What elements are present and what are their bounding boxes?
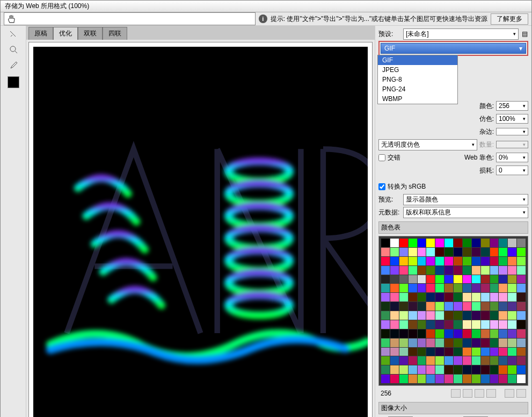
color-swatch[interactable]	[508, 311, 516, 320]
color-swatch[interactable]	[508, 320, 516, 329]
color-swatch[interactable]	[490, 311, 499, 320]
color-swatch[interactable]	[426, 348, 435, 356]
color-swatch[interactable]	[517, 284, 526, 292]
color-swatch[interactable]	[390, 275, 399, 284]
color-swatch[interactable]	[490, 284, 499, 292]
preview-select[interactable]: 显示器颜色▾	[403, 194, 528, 205]
color-swatch[interactable]	[381, 257, 390, 265]
color-swatch[interactable]	[481, 311, 490, 320]
color-swatch[interactable]	[463, 320, 471, 329]
slice-tool-icon[interactable]	[6, 28, 21, 41]
color-swatch[interactable]	[444, 311, 453, 320]
color-swatch[interactable]	[499, 365, 507, 374]
color-swatch[interactable]	[490, 239, 499, 247]
color-swatch[interactable]	[444, 320, 453, 329]
color-swatch[interactable]	[490, 348, 499, 356]
color-swatch[interactable]	[508, 284, 516, 292]
format-option-gif[interactable]: GIF	[378, 55, 457, 65]
color-swatch[interactable]	[499, 239, 507, 247]
color-swatch[interactable]	[418, 329, 426, 338]
color-swatch[interactable]	[435, 311, 444, 320]
format-option-jpeg[interactable]: JPEG	[378, 65, 457, 75]
color-swatch[interactable]	[390, 302, 399, 311]
color-swatch[interactable]	[508, 302, 516, 311]
color-swatch[interactable]	[418, 248, 426, 256]
color-swatch[interactable]	[508, 365, 516, 374]
preset-select[interactable]: [未命名]▾	[403, 28, 519, 40]
color-swatch[interactable]	[517, 257, 526, 265]
color-swatch[interactable]	[409, 284, 417, 292]
color-swatch[interactable]	[381, 266, 390, 275]
color-swatch[interactable]	[463, 248, 471, 256]
color-swatch[interactable]	[454, 275, 462, 284]
color-swatch[interactable]	[517, 339, 526, 347]
color-swatch[interactable]	[418, 339, 426, 347]
color-swatch[interactable]	[490, 302, 499, 311]
color-swatch[interactable]	[426, 266, 435, 275]
color-swatch[interactable]	[454, 293, 462, 301]
color-swatch[interactable]	[481, 348, 490, 356]
color-swatch[interactable]	[444, 348, 453, 356]
hand-tool-icon[interactable]	[4, 12, 256, 25]
color-swatch[interactable]	[418, 356, 426, 365]
color-swatch[interactable]	[399, 375, 408, 383]
color-swatch[interactable]	[426, 329, 435, 338]
color-swatch[interactable]	[517, 348, 526, 356]
color-swatch[interactable]	[463, 339, 471, 347]
color-swatch[interactable]	[381, 239, 390, 247]
matte-select[interactable]: ▾	[496, 128, 528, 135]
color-swatch[interactable]	[454, 311, 462, 320]
color-swatch[interactable]	[508, 339, 516, 347]
color-swatch[interactable]	[399, 320, 408, 329]
color-swatch[interactable]	[472, 339, 480, 347]
color-swatch[interactable]	[390, 311, 399, 320]
color-swatch[interactable]	[390, 239, 399, 247]
color-swatch[interactable]	[490, 257, 499, 265]
color-swatch[interactable]	[444, 365, 453, 374]
color-swatch[interactable]	[390, 248, 399, 256]
color-swatch[interactable]	[463, 365, 471, 374]
color-swatch[interactable]	[444, 284, 453, 292]
color-swatch[interactable]	[454, 365, 462, 374]
color-swatch[interactable]	[472, 239, 480, 247]
color-swatch[interactable]	[390, 293, 399, 301]
interlace-checkbox[interactable]: 交错	[378, 153, 400, 162]
color-swatch[interactable]	[499, 293, 507, 301]
color-swatch[interactable]	[490, 320, 499, 329]
color-swatch[interactable]	[444, 302, 453, 311]
color-swatch[interactable]	[390, 375, 399, 383]
color-swatch[interactable]	[435, 339, 444, 347]
color-swatch[interactable]	[435, 293, 444, 301]
color-swatch[interactable]	[508, 375, 516, 383]
color-swatch[interactable]	[490, 329, 499, 338]
color-swatch[interactable]	[463, 375, 471, 383]
color-swatch[interactable]	[409, 329, 417, 338]
color-swatch[interactable]	[435, 302, 444, 311]
color-swatch[interactable]	[472, 311, 480, 320]
color-swatch[interactable]	[517, 365, 526, 374]
color-swatch[interactable]	[381, 248, 390, 256]
color-swatch[interactable]	[409, 275, 417, 284]
color-swatch[interactable]	[472, 348, 480, 356]
color-swatch[interactable]	[418, 320, 426, 329]
color-swatch[interactable]	[426, 311, 435, 320]
color-swatch[interactable]	[409, 248, 417, 256]
color-swatch[interactable]	[508, 266, 516, 275]
color-swatch[interactable]	[499, 356, 507, 365]
color-swatch[interactable]	[508, 348, 516, 356]
color-swatch[interactable]	[463, 329, 471, 338]
color-swatch[interactable]	[426, 239, 435, 247]
color-swatch[interactable]	[381, 356, 390, 365]
color-swatch[interactable]	[517, 239, 526, 247]
color-swatch[interactable]	[463, 311, 471, 320]
color-swatch[interactable]	[490, 248, 499, 256]
color-swatch[interactable]	[490, 266, 499, 275]
color-swatch[interactable]	[481, 275, 490, 284]
color-swatch[interactable]	[426, 375, 435, 383]
color-swatch[interactable]	[517, 266, 526, 275]
color-swatch[interactable]	[517, 375, 526, 383]
color-swatch[interactable]	[499, 257, 507, 265]
color-swatch[interactable]	[499, 320, 507, 329]
ct-new-icon[interactable]	[505, 389, 514, 398]
color-swatch[interactable]	[499, 248, 507, 256]
